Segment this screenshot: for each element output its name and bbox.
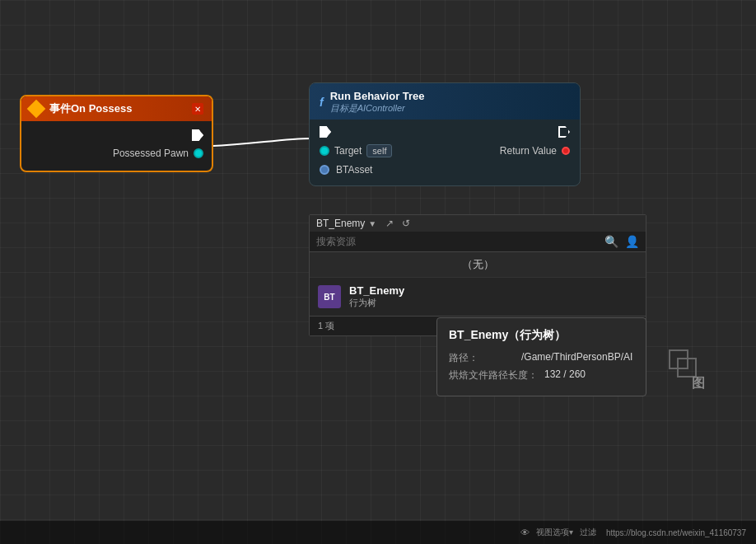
return-value-label: Return Value xyxy=(500,145,557,157)
event-node-title: 事件On Possess xyxy=(49,101,132,116)
tooltip-path-key: 路径： xyxy=(449,351,515,365)
possessed-pawn-pin[interactable] xyxy=(194,148,203,158)
return-value-group: Return Value xyxy=(500,145,570,157)
browse-asset-icon[interactable]: ↗ xyxy=(383,217,396,230)
target-row: Target self Return Value xyxy=(320,144,570,157)
btasset-input-pin[interactable] xyxy=(320,165,329,175)
view-options-text: 视图选项▾ xyxy=(536,527,573,538)
asset-picker-action-icons: ↗ ↺ xyxy=(383,217,413,230)
tooltip-bake-value: 132 / 260 xyxy=(544,368,586,382)
asset-item-type: 行为树 xyxy=(349,297,404,309)
eye-icon: 👁 xyxy=(520,528,530,537)
exec-output-pin-rbt[interactable] xyxy=(558,126,570,138)
canvas-corner-icons: 图 xyxy=(665,346,715,399)
asset-count-label: 1 项 xyxy=(318,320,334,332)
exec-input-pin[interactable] xyxy=(320,126,331,138)
rbt-node-body: Target self Return Value BTAsset xyxy=(310,120,580,185)
event-on-possess-node: 事件On Possess ✕ Possessed Pawn xyxy=(20,95,213,172)
dropdown-arrow-icon[interactable]: ▼ xyxy=(368,219,376,228)
event-node-close-icon[interactable]: ✕ xyxy=(192,103,203,115)
none-option[interactable]: （无） xyxy=(310,252,646,278)
target-input-pin[interactable] xyxy=(320,146,329,156)
exec-input-group xyxy=(320,126,331,138)
person-icon: 👤 xyxy=(625,235,639,248)
exec-output-row xyxy=(30,129,203,141)
svg-text:图: 图 xyxy=(692,376,705,390)
asset-search-bar: 🔍 👤 xyxy=(310,232,646,252)
tooltip-path-value: /Game/ThirdPersonBP/AI xyxy=(521,351,632,365)
filter-text: 过滤 xyxy=(580,527,596,538)
tooltip-bake-key: 烘焙文件路径长度： xyxy=(449,368,538,382)
possessed-pawn-row: Possessed Pawn xyxy=(30,148,203,159)
function-icon: f xyxy=(320,96,324,109)
asset-selected-row: BT_Enemy ▼ ↗ ↺ xyxy=(310,215,646,232)
run-behavior-tree-node: f Run Behavior Tree 目标是AIController Targ… xyxy=(309,82,581,186)
asset-selected-value: BT_Enemy xyxy=(316,218,365,229)
bt-asset-icon: BT xyxy=(318,285,341,308)
event-diamond-icon xyxy=(27,100,46,119)
exec-output-pin[interactable] xyxy=(192,129,203,141)
reset-asset-icon[interactable]: ↺ xyxy=(399,217,413,230)
target-value-box[interactable]: self xyxy=(366,144,392,157)
btasset-row: BTAsset xyxy=(320,164,570,176)
asset-search-input[interactable] xyxy=(316,236,598,247)
exec-pins-row xyxy=(320,126,570,138)
rbt-node-header: f Run Behavior Tree 目标是AIController xyxy=(310,83,580,120)
target-pin-group: Target self xyxy=(320,144,392,157)
tooltip-path-row: 路径： /Game/ThirdPersonBP/AI xyxy=(449,351,634,365)
target-label: Target xyxy=(334,145,362,157)
list-item[interactable]: BT BT_Enemy 行为树 xyxy=(310,278,646,316)
rbt-title-group: Run Behavior Tree 目标是AIController xyxy=(330,90,425,115)
btasset-label: BTAsset xyxy=(336,164,372,176)
exec-output-group xyxy=(558,126,570,138)
possessed-pawn-label: Possessed Pawn xyxy=(113,148,189,159)
rbt-node-title: Run Behavior Tree xyxy=(330,90,425,102)
asset-item-name: BT_Enemy xyxy=(349,284,404,297)
corner-icon-svg: 图 xyxy=(665,346,715,396)
asset-tooltip-popup: BT_Enemy（行为树） 路径： /Game/ThirdPersonBP/AI… xyxy=(436,317,646,396)
bottom-bar: 👁 视图选项▾ 过滤 https://blog.csdn.net/weixin_… xyxy=(0,521,756,544)
event-node-header: 事件On Possess ✕ xyxy=(21,96,212,121)
event-node-body: Possessed Pawn xyxy=(21,121,212,171)
watermark-url: https://blog.csdn.net/weixin_41160737 xyxy=(606,528,746,537)
tooltip-bake-row: 烘焙文件路径长度： 132 / 260 xyxy=(449,368,634,382)
rbt-node-subtitle: 目标是AIController xyxy=(330,102,425,115)
tooltip-title: BT_Enemy（行为树） xyxy=(449,328,634,343)
watermark-icons-group: 👁 视图选项▾ 过滤 xyxy=(520,527,596,538)
return-value-pin[interactable] xyxy=(562,147,570,155)
search-magnifier-icon: 🔍 xyxy=(604,235,618,248)
asset-item-info: BT_Enemy 行为树 xyxy=(349,284,404,309)
